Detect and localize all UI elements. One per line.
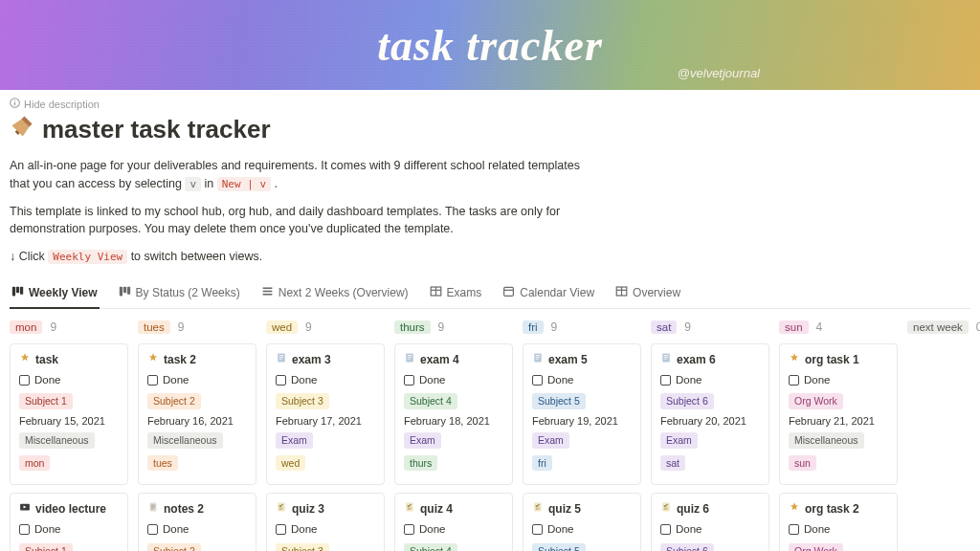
- done-checkbox-row[interactable]: Done: [147, 522, 247, 538]
- type-tag[interactable]: Miscellaneous: [19, 432, 95, 448]
- checkbox-icon[interactable]: [19, 524, 30, 535]
- subject-tag[interactable]: Subject 2: [147, 393, 201, 408]
- card-title-text: exam 3: [292, 352, 331, 367]
- tab-overview[interactable]: Overview: [613, 279, 682, 308]
- day-tag[interactable]: thurs: [394, 320, 431, 334]
- subject-tag[interactable]: Subject 5: [532, 393, 586, 408]
- done-checkbox-row[interactable]: Done: [19, 373, 119, 388]
- task-card[interactable]: task 2DoneSubject 2February 16, 2021Misc…: [138, 343, 256, 485]
- subject-tag[interactable]: Subject 2: [147, 543, 201, 551]
- subject-tag[interactable]: Subject 5: [532, 543, 586, 551]
- card-day-tag[interactable]: fri: [532, 455, 552, 471]
- task-card[interactable]: org task 1DoneOrg WorkFebruary 21, 2021M…: [779, 343, 898, 485]
- task-card[interactable]: quiz 4DoneSubject 4February 18, 2021Quiz: [394, 493, 513, 551]
- page-title: master task tracker: [10, 114, 970, 145]
- day-tag[interactable]: wed: [266, 320, 298, 334]
- done-checkbox-row[interactable]: Done: [789, 373, 888, 388]
- subject-tag[interactable]: Subject 3: [276, 393, 329, 408]
- checkbox-icon[interactable]: [404, 375, 414, 386]
- task-card[interactable]: exam 3DoneSubject 3February 17, 2021Exam…: [266, 343, 385, 485]
- done-label: Done: [291, 522, 318, 538]
- card-day-tag[interactable]: sat: [660, 455, 685, 471]
- type-tag[interactable]: Exam: [660, 432, 698, 448]
- tab-calendar-view[interactable]: Calendar View: [501, 279, 596, 308]
- tab-exams[interactable]: Exams: [428, 279, 484, 308]
- svg-rect-42: [536, 357, 541, 358]
- card-title-text: org task 1: [805, 352, 859, 367]
- task-card[interactable]: exam 6DoneSubject 6February 20, 2021Exam…: [651, 343, 769, 485]
- checkbox-icon[interactable]: [532, 375, 543, 386]
- type-tag[interactable]: Miscellaneous: [147, 432, 223, 448]
- checkbox-icon[interactable]: [789, 375, 799, 386]
- subject-tag[interactable]: Subject 6: [660, 393, 714, 408]
- card-day-tag[interactable]: wed: [276, 455, 305, 471]
- subject-tag[interactable]: Org Work: [789, 393, 843, 408]
- task-card[interactable]: quiz 5DoneSubject 5February 19, 2021Quiz: [523, 493, 641, 551]
- svg-rect-3: [12, 286, 15, 296]
- checkbox-icon[interactable]: [660, 524, 671, 535]
- checkbox-icon[interactable]: [19, 375, 30, 386]
- day-tag[interactable]: tues: [138, 320, 170, 334]
- svg-rect-4: [16, 286, 19, 293]
- subject-tag[interactable]: Org Work: [789, 543, 843, 551]
- card-title: quiz 3: [276, 501, 375, 517]
- done-label: Done: [419, 373, 446, 388]
- done-checkbox-row[interactable]: Done: [404, 522, 503, 538]
- tab-by-status-2-weeks-[interactable]: By Status (2 Weeks): [117, 279, 242, 308]
- task-card[interactable]: quiz 6DoneSubject 6February 20, 2021Quiz: [651, 493, 769, 551]
- svg-rect-25: [151, 508, 154, 509]
- checkbox-icon[interactable]: [276, 524, 286, 535]
- done-checkbox-row[interactable]: Done: [404, 373, 503, 388]
- type-tag[interactable]: Exam: [404, 432, 441, 448]
- task-card[interactable]: video lectureDoneSubject 1February 15, 2…: [10, 493, 128, 551]
- type-tag[interactable]: Exam: [276, 432, 313, 448]
- checkbox-icon[interactable]: [147, 375, 158, 386]
- done-checkbox-row[interactable]: Done: [660, 373, 760, 388]
- checkbox-icon[interactable]: [147, 524, 158, 535]
- subject-tag[interactable]: Subject 1: [19, 393, 73, 408]
- day-tag[interactable]: fri: [523, 320, 544, 334]
- done-checkbox-row[interactable]: Done: [276, 373, 375, 388]
- day-tag[interactable]: sun: [779, 320, 809, 334]
- checkbox-icon[interactable]: [532, 524, 543, 535]
- task-card[interactable]: org task 2DoneOrg WorkFebruary 21, 2021M…: [779, 493, 898, 551]
- card-title: org task 2: [789, 501, 888, 517]
- day-tag[interactable]: sat: [651, 320, 677, 334]
- day-tag[interactable]: next week: [907, 320, 969, 334]
- subject-tag[interactable]: Subject 6: [660, 543, 714, 551]
- hide-description-toggle[interactable]: Hide description: [10, 98, 100, 110]
- done-checkbox-row[interactable]: Done: [532, 522, 632, 538]
- type-tag[interactable]: Exam: [532, 432, 569, 448]
- day-tag[interactable]: mon: [10, 320, 42, 334]
- done-checkbox-row[interactable]: Done: [789, 522, 888, 538]
- card-day-tag[interactable]: thurs: [404, 455, 437, 471]
- card-day-tag[interactable]: tues: [147, 455, 178, 471]
- done-checkbox-row[interactable]: Done: [19, 522, 119, 538]
- task-card[interactable]: taskDoneSubject 1February 15, 2021Miscel…: [10, 343, 128, 485]
- checkbox-icon[interactable]: [789, 524, 799, 535]
- card-day-tag[interactable]: mon: [19, 455, 50, 471]
- done-checkbox-row[interactable]: Done: [147, 373, 247, 388]
- checkbox-icon[interactable]: [660, 375, 671, 386]
- card-date: February 15, 2021: [19, 414, 119, 429]
- done-checkbox-row[interactable]: Done: [532, 373, 632, 388]
- note-icon: [660, 352, 672, 367]
- card-day-tag[interactable]: sun: [789, 455, 816, 471]
- done-checkbox-row[interactable]: Done: [276, 522, 375, 538]
- tab-weekly-view[interactable]: Weekly View: [10, 279, 100, 309]
- card-title-text: quiz 5: [548, 501, 581, 517]
- svg-rect-50: [664, 359, 667, 360]
- tab-next-2-weeks-overview-[interactable]: Next 2 Weeks (Overview): [259, 279, 411, 308]
- checkbox-icon[interactable]: [404, 524, 414, 535]
- subject-tag[interactable]: Subject 4: [404, 543, 457, 551]
- checkbox-icon[interactable]: [276, 375, 286, 386]
- subject-tag[interactable]: Subject 4: [404, 393, 457, 408]
- task-card[interactable]: notes 2DoneSubject 2February 16, 2021Not…: [138, 493, 256, 551]
- task-card[interactable]: quiz 3DoneSubject 3February 17, 2021Quiz: [266, 493, 385, 551]
- subject-tag[interactable]: Subject 3: [276, 543, 329, 551]
- task-card[interactable]: exam 4DoneSubject 4February 18, 2021Exam…: [394, 343, 513, 485]
- subject-tag[interactable]: Subject 1: [19, 543, 73, 551]
- type-tag[interactable]: Miscellaneous: [789, 432, 864, 448]
- done-checkbox-row[interactable]: Done: [660, 522, 760, 538]
- task-card[interactable]: exam 5DoneSubject 5February 19, 2021Exam…: [523, 343, 641, 485]
